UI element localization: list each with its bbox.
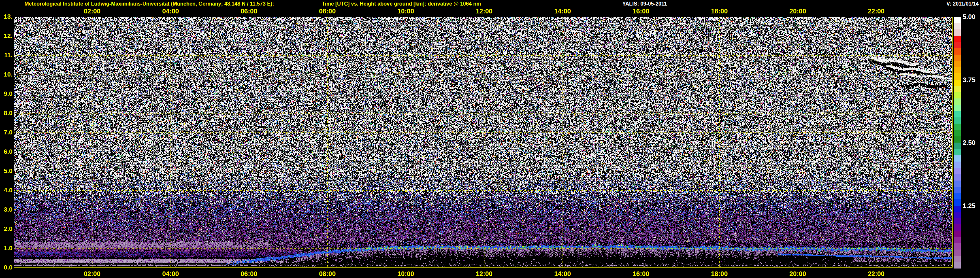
x-tick-top: 04:00 — [162, 8, 179, 15]
colorbar-block — [954, 29, 961, 36]
colorbar-tick: 5.00 — [963, 13, 975, 21]
x-tick-bottom: 18:00 — [711, 270, 727, 278]
y-tick: 4.0 — [0, 187, 13, 194]
colorbar — [954, 17, 961, 268]
colorbar-block — [954, 80, 961, 86]
colorbar-block — [954, 256, 961, 262]
y-tick: 8.0 — [0, 110, 13, 117]
y-tick: 12. — [0, 32, 13, 40]
y-tick: 5.0 — [0, 168, 13, 175]
colorbar-block — [954, 117, 961, 124]
colorbar-block — [954, 86, 961, 92]
x-tick-top: 02:00 — [84, 8, 100, 15]
colorbar-block — [954, 168, 961, 174]
x-tick-top: 06:00 — [240, 8, 257, 15]
y-tick: 9.0 — [0, 90, 13, 97]
colorbar-block — [954, 136, 961, 142]
station-title: Meteorological Institute of Ludwig-Maxim… — [24, 1, 274, 7]
colorbar-block — [954, 105, 961, 111]
colorbar-tick: 1.25 — [963, 202, 975, 209]
y-tick: 6.0 — [0, 148, 13, 155]
y-tick: 0.0 — [0, 264, 13, 271]
colorbar-block — [954, 54, 961, 61]
colorbar-block — [954, 262, 961, 268]
y-tick: 10. — [0, 71, 13, 78]
colorbar-block — [954, 130, 961, 136]
colorbar-block — [954, 231, 961, 237]
y-tick: 11. — [0, 52, 13, 59]
colorbar-tick: 3.75 — [963, 76, 975, 83]
colorbar-block — [954, 67, 961, 73]
x-tick-top: 20:00 — [789, 8, 806, 15]
x-tick-bottom: 10:00 — [397, 270, 414, 278]
colorbar-block — [954, 111, 961, 117]
x-tick-top: 18:00 — [711, 8, 727, 15]
y-tick: 3.0 — [0, 206, 13, 213]
colorbar-block — [954, 149, 961, 155]
colorbar-block — [954, 92, 961, 99]
colorbar-block — [954, 193, 961, 199]
x-tick-bottom: 08:00 — [319, 270, 336, 278]
colorbar-block — [954, 124, 961, 130]
y-tick: 2.0 — [0, 225, 13, 233]
x-tick-bottom: 22:00 — [868, 270, 884, 278]
colorbar-block — [954, 61, 961, 67]
version-label: V: 2011/01/14 — [947, 1, 979, 7]
colorbar-block — [954, 174, 961, 180]
colorbar-block — [954, 36, 961, 42]
heatmap-canvas — [14, 17, 953, 268]
colorbar-block — [954, 243, 961, 249]
colorbar-block — [954, 237, 961, 243]
y-tick: 13. — [0, 13, 13, 20]
lidar-quicklook-page: Meteorological Institute of Ludwig-Maxim… — [0, 0, 980, 278]
y-tick: 7.0 — [0, 129, 13, 136]
y-tick: 1.0 — [0, 244, 13, 252]
x-tick-bottom: 14:00 — [554, 270, 571, 278]
colorbar-block — [954, 187, 961, 193]
system-date-label: YALIS: 09-05-2011 — [622, 1, 667, 7]
colorbar-block — [954, 99, 961, 105]
colorbar-block — [954, 218, 961, 224]
colorbar-block — [954, 181, 961, 187]
x-tick-bottom: 16:00 — [632, 270, 649, 278]
x-tick-bottom: 02:00 — [84, 270, 100, 278]
colorbar-block — [954, 155, 961, 161]
colorbar-block — [954, 249, 961, 256]
x-tick-top: 14:00 — [554, 8, 571, 15]
x-tick-bottom: 06:00 — [240, 270, 257, 278]
colorbar-block — [954, 23, 961, 29]
plot-title: Time [UTC] vs. Height above ground [km]:… — [322, 1, 481, 7]
colorbar-block — [954, 206, 961, 212]
colorbar-block — [954, 142, 961, 149]
colorbar-block — [954, 161, 961, 168]
colorbar-block — [954, 224, 961, 230]
colorbar-tick: 2.50 — [963, 139, 975, 147]
x-tick-top: 16:00 — [632, 8, 649, 15]
colorbar-block — [954, 212, 961, 218]
colorbar-block — [954, 73, 961, 80]
x-tick-bottom: 20:00 — [789, 270, 806, 278]
colorbar-block — [954, 42, 961, 48]
colorbar-block — [954, 199, 961, 205]
x-tick-top: 12:00 — [476, 8, 492, 15]
x-tick-bottom: 12:00 — [476, 270, 492, 278]
colorbar-block — [954, 48, 961, 54]
colorbar-block — [954, 17, 961, 23]
x-tick-bottom: 04:00 — [162, 270, 179, 278]
x-tick-top: 08:00 — [319, 8, 336, 15]
x-tick-top: 22:00 — [868, 8, 884, 15]
x-tick-top: 10:00 — [397, 8, 414, 15]
